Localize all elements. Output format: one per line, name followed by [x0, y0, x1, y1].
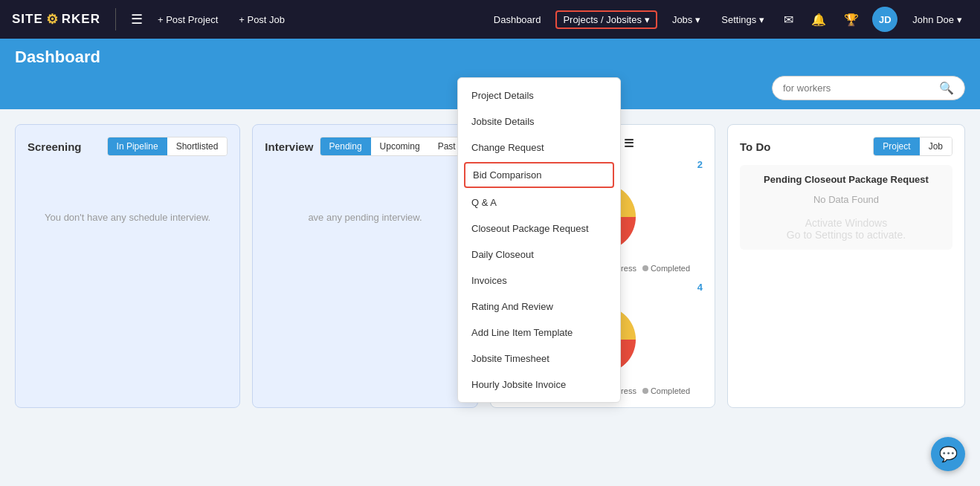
post-job-button[interactable]: + Post Job [233, 11, 291, 28]
projects-jobsites-dropdown: Project DetailsJobsite DetailsChange Req… [457, 77, 621, 403]
hamburger-icon[interactable]: ☰ [131, 11, 143, 27]
logo-text-site: SITE [12, 12, 43, 27]
dropdown-item-bid-comparison[interactable]: Bid Comparison [464, 162, 614, 188]
dropdown-item-closeout-package-request[interactable]: Closeout Package Request [458, 216, 620, 242]
user-name-text: John Doe [912, 14, 954, 25]
tab-project[interactable]: Project [874, 137, 919, 155]
dropdown-item-jobsite-details[interactable]: Jobsite Details [458, 108, 620, 135]
post-project-button[interactable]: + Post Project [152, 11, 224, 28]
jobs-arrow-icon: ▾ [695, 14, 700, 25]
interview-header: Interview Pending Upcoming Past [265, 137, 465, 156]
search-input[interactable] [783, 82, 935, 94]
logo-text-rker: RKER [62, 12, 100, 27]
tab-in-pipeline[interactable]: In Pipeline [108, 137, 167, 155]
jobs-nav-link[interactable]: Jobs ▾ [666, 11, 706, 28]
screening-header: Screening In Pipeline Shortlisted [28, 137, 228, 156]
user-arrow-icon: ▾ [957, 14, 962, 25]
interview-card: Interview Pending Upcoming Past ave any … [252, 124, 477, 408]
dropdown-item-project-details[interactable]: Project Details [458, 82, 620, 108]
todo-item-title: Pending Closeout Package Request [749, 174, 944, 185]
dashboard-nav-link[interactable]: Dashboard [488, 11, 547, 28]
interview-title: Interview [265, 140, 313, 153]
tab-job[interactable]: Job [920, 137, 952, 155]
screening-empty-text: You don't have any schedule interview. [28, 165, 228, 269]
dropdown-item-rating-and-review[interactable]: Rating And Review [458, 294, 620, 320]
projects-jobsites-arrow-icon: ▾ [645, 14, 650, 25]
tab-pending[interactable]: Pending [320, 137, 371, 155]
dropdown-item-q-&-a[interactable]: Q & A [458, 189, 620, 216]
logo-icon: ⚙ [46, 11, 59, 27]
search-icon: 🔍 [939, 81, 954, 95]
dropdown-item-invoices[interactable]: Invoices [458, 268, 620, 294]
dropdown-item-add-line-item-template[interactable]: Add Line Item Template [458, 320, 620, 346]
dropdown-item-change-request[interactable]: Change Request [458, 135, 620, 161]
projects-jobsites-label: Projects / Jobsites [563, 14, 642, 25]
total-jobsites-count: 4 [697, 282, 703, 293]
activate-windows-watermark: Activate WindowsGo to Settings to activa… [749, 217, 944, 241]
todo-title: To Do [740, 140, 770, 153]
settings-nav-link[interactable]: Settings ▾ [715, 11, 770, 28]
interview-empty-text: ave any pending interview. [265, 165, 465, 269]
page-header-bar: Dashboard [0, 39, 980, 76]
todo-content: Pending Closeout Package Request No Data… [740, 165, 952, 250]
todo-no-data: No Data Found [749, 194, 944, 205]
nav-divider-1 [115, 8, 116, 30]
interview-tabs: Pending Upcoming Past [320, 137, 465, 156]
projects-jobsites-nav-link[interactable]: Projects / Jobsites ▾ [555, 10, 657, 29]
list-icon: ☰ [624, 137, 634, 149]
trophy-icon[interactable]: 🏆 [839, 10, 863, 30]
tab-shortlisted[interactable]: Shortlisted [167, 137, 228, 155]
bell-icon[interactable]: 🔔 [807, 10, 831, 30]
settings-label: Settings [721, 14, 756, 25]
screening-tabs: In Pipeline Shortlisted [107, 137, 228, 156]
site-logo: SITE ⚙ RKER [12, 11, 100, 27]
search-container: 🔍 [772, 76, 965, 100]
avatar[interactable]: JD [872, 7, 897, 32]
user-name-label[interactable]: John Doe ▾ [906, 11, 968, 28]
jobs-label: Jobs [672, 14, 692, 25]
page-title: Dashboard [15, 48, 965, 67]
dropdown-item-jobsite-timesheet[interactable]: Jobsite Timesheet [458, 346, 620, 372]
dropdown-item-hourly-jobsite-invoice[interactable]: Hourly Jobsite Invoice [458, 372, 620, 398]
todo-header: To Do Project Job [740, 137, 952, 156]
total-projects-count: 2 [697, 159, 703, 170]
email-icon[interactable]: ✉ [779, 10, 798, 30]
screening-card: Screening In Pipeline Shortlisted You do… [15, 124, 240, 408]
tab-upcoming[interactable]: Upcoming [371, 137, 429, 155]
settings-arrow-icon: ▾ [759, 14, 764, 25]
todo-card: To Do Project Job Pending Closeout Packa… [727, 124, 965, 408]
dropdown-item-daily-closeout[interactable]: Daily Closeout [458, 242, 620, 268]
top-navigation: SITE ⚙ RKER ☰ + Post Project + Post Job … [0, 0, 980, 39]
screening-title: Screening [28, 140, 82, 153]
todo-tabs: Project Job [873, 137, 952, 156]
